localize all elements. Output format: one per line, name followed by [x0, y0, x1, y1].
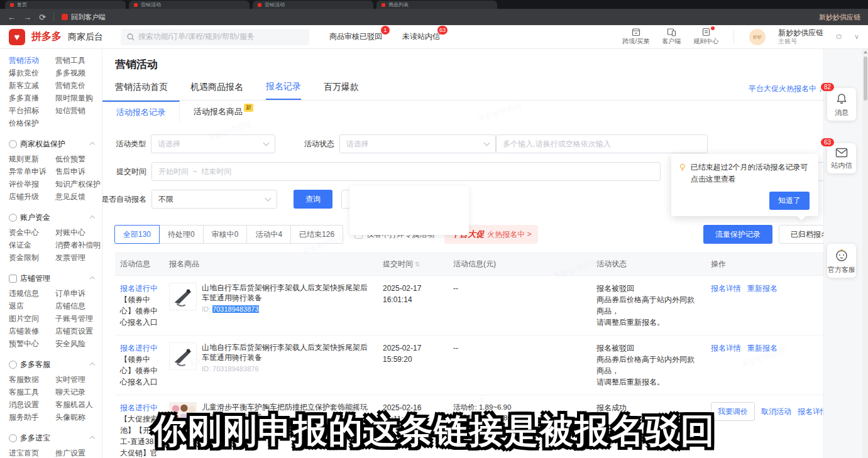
sidebar-item[interactable]: 聊天记录 [55, 386, 101, 398]
activity-id-input[interactable] [496, 134, 708, 153]
sidebar-item-marketing-activity[interactable]: 营销活动 [9, 54, 54, 67]
back-icon[interactable]: ← [8, 13, 16, 21]
sidebar-item[interactable]: 对账中心 [55, 226, 101, 239]
forward-icon[interactable]: → [23, 13, 31, 21]
sidebar-item[interactable]: 店铺页设置 [55, 325, 101, 337]
sidebar-section-service[interactable]: 多多客服 [9, 359, 102, 370]
activity-type-select[interactable]: 请选择 [151, 134, 275, 153]
browser-tab[interactable]: 商品列表 [376, 1, 497, 9]
re-signup-link[interactable]: 重新报名 [747, 344, 777, 352]
segment-active[interactable]: 活动中4 [247, 225, 291, 244]
sidebar-item[interactable]: 营销竞价 [55, 79, 101, 92]
sidebar-item[interactable]: 发票管理 [55, 251, 101, 264]
rule-center-entry[interactable]: 规则中心 [693, 28, 718, 46]
sort-icon[interactable]: ⇅ [415, 261, 420, 268]
collapse-caret-icon[interactable] [90, 215, 95, 220]
sidebar-item[interactable]: 评价举报 [9, 178, 54, 190]
bookmark-item[interactable]: 回到客户端 [62, 13, 106, 22]
activity-status-select[interactable]: 请选择 [339, 134, 497, 153]
collapse-caret-icon[interactable] [90, 141, 95, 146]
reload-icon[interactable]: ⟳ [39, 13, 46, 21]
product-id-selected[interactable]: 703189483873 [212, 305, 258, 313]
global-search-input[interactable]: 搜索功能/订单/课程/规则/帮助/服务 [121, 29, 309, 45]
segment-pending[interactable]: 待处理0 [160, 225, 204, 244]
sidebar-item[interactable]: 资金限制 [9, 251, 54, 264]
product-image-bike-rack[interactable] [169, 342, 197, 370]
segment-reviewing[interactable]: 审核中0 [204, 225, 248, 244]
client-app-entry[interactable]: 客户端 [662, 28, 681, 46]
tab-million-hits[interactable]: 百万爆款 [324, 78, 359, 99]
sidebar-item[interactable]: 预警中心 [9, 337, 54, 350]
sidebar-item[interactable]: 营销工具 [55, 54, 101, 67]
tab-signup-records[interactable]: 报名记录 [266, 77, 301, 100]
sidebar-item[interactable]: 多多直播 [9, 92, 54, 104]
pinduoduo-logo-icon[interactable]: ♥ [9, 29, 25, 45]
message-card[interactable]: 82 消息 [827, 88, 856, 121]
account-info[interactable]: 新妙妙供应链 主账号 [778, 28, 823, 45]
tab-marketing-home[interactable]: 营销活动首页 [115, 78, 168, 99]
product-image-bike-rack[interactable] [169, 283, 197, 310]
collapse-caret-icon[interactable] [90, 362, 95, 367]
sidebar-item[interactable]: 店铺信息 [55, 300, 101, 312]
unread-mail-link[interactable]: 未读站内信63 [402, 31, 440, 42]
audit-rejected-link[interactable]: 商品审核已驳回1 [329, 31, 382, 42]
product-title[interactable]: 山地自行车后货架钢行李架载人后支架快拆尾架后车筐通用骑行装备 [202, 283, 373, 303]
collapse-caret-icon[interactable] [90, 276, 95, 281]
official-service-card[interactable]: 官方客服 [827, 244, 856, 278]
crossborder-entry[interactable]: 跨境/买菜 [622, 28, 649, 46]
sidebar-item[interactable]: 客服工具 [9, 386, 54, 398]
got-it-button[interactable]: 知道了 [769, 192, 810, 210]
sidebar-item[interactable]: 保证金 [9, 239, 54, 251]
subtab-activity-records[interactable]: 活动报名记录 [102, 101, 180, 123]
sidebar-item[interactable]: 平台招标 [9, 104, 54, 117]
signup-detail-link[interactable]: 报名详情 [711, 284, 741, 293]
scrollbar-up-arrow[interactable] [864, 51, 867, 53]
sidebar-item[interactable]: 消费者补偿明细 [55, 239, 101, 251]
browser-tab[interactable]: 营销活动 [129, 1, 250, 9]
sidebar-item[interactable]: 退店 [9, 300, 54, 312]
sidebar-item[interactable]: 低价预警 [55, 153, 101, 165]
re-signup-link[interactable]: 重新报名 [747, 284, 777, 293]
browser-profile-name[interactable]: 新妙妙供应链 [819, 13, 860, 22]
query-button[interactable]: 查询 [294, 190, 332, 209]
sidebar-item[interactable]: 知识产权保护 [55, 178, 101, 190]
inbox-card[interactable]: 63 站内信 [827, 143, 856, 173]
brand-name[interactable]: 拼多多 [31, 30, 62, 43]
sidebar-item[interactable]: 规则更新 [9, 153, 54, 165]
sidebar-item[interactable]: 爆款竞价 [9, 67, 54, 79]
sidebar-item[interactable]: 异常单申诉 [9, 165, 54, 178]
sidebar-section-shop[interactable]: 店铺管理 [9, 273, 102, 284]
avatar[interactable]: 妙妙 [749, 29, 766, 45]
sidebar-item[interactable]: 实时管理 [55, 373, 101, 386]
power-icon[interactable]: ⏻ [836, 33, 842, 41]
sidebar-item[interactable]: 订单申诉 [55, 287, 101, 300]
sidebar-section-rights[interactable]: 商家权益保护 [9, 139, 102, 150]
sidebar-item[interactable]: 限时限量购 [55, 92, 101, 104]
sidebar-item[interactable]: 意见反馈 [55, 190, 101, 203]
col-submit-time[interactable]: 提交时间⇅ [378, 253, 448, 275]
sidebar-item[interactable]: 图片空间 [9, 312, 54, 325]
browser-tab[interactable]: 营销活动 [253, 1, 373, 9]
sidebar-item[interactable]: 短信营销 [55, 104, 101, 117]
scrollbar-thumb[interactable] [864, 57, 867, 101]
tab-opportunity-goods[interactable]: 机遇商品报名 [190, 78, 243, 99]
sidebar-item[interactable]: 售后申诉 [55, 165, 101, 178]
sidebar-item[interactable]: 新客立减 [9, 79, 54, 92]
signup-detail-link[interactable]: 报名详情 [711, 344, 741, 352]
sidebar-item[interactable]: 资金中心 [9, 226, 54, 239]
sidebar-item[interactable]: 违规信息 [9, 287, 54, 300]
browser-tab[interactable]: 首页 [5, 1, 126, 9]
sidebar-item[interactable]: 子账号管理 [55, 312, 101, 325]
segment-ended[interactable]: 已结束126 [291, 225, 343, 244]
sidebar-item[interactable]: 价格保护 [9, 117, 54, 129]
sidebar-item[interactable]: 店铺升级 [9, 190, 54, 203]
segment-all[interactable]: 全部130 [114, 225, 160, 244]
chevron-down-icon[interactable]: ∨ [854, 33, 859, 41]
auto-signup-select[interactable]: 不限 [151, 190, 277, 209]
sidebar-item[interactable]: 安全风险 [55, 337, 101, 350]
product-title[interactable]: 山地自行车后货架钢行李架载人后支架快拆尾架后车筐通用骑行装备 [202, 342, 373, 363]
subtab-activity-goods[interactable]: 活动报名商品新 [180, 101, 267, 123]
sidebar-section-funds[interactable]: 账户资金 [9, 212, 102, 223]
submit-time-range-input[interactable] [151, 162, 661, 181]
sidebar-item[interactable]: 店铺装修 [9, 325, 54, 337]
